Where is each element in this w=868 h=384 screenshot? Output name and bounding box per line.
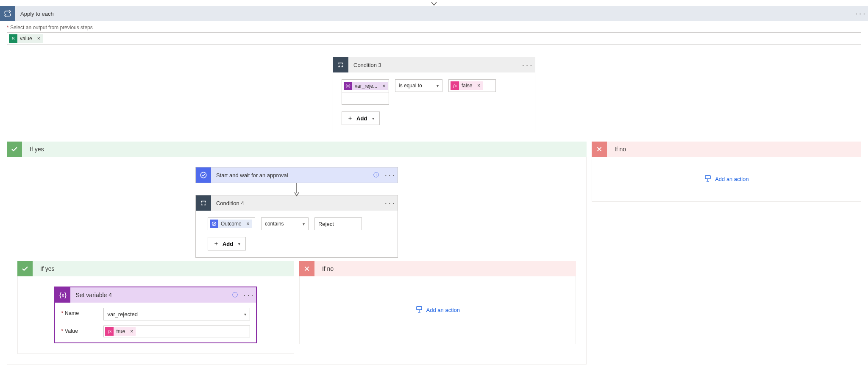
approval-icon — [210, 220, 218, 228]
condition-left-operand[interactable]: Outcome × — [208, 217, 255, 230]
plus-icon: ＋ — [347, 114, 353, 122]
chevron-down-icon: ▾ — [244, 312, 246, 317]
value-label: Value — [61, 326, 103, 334]
set-variable-card: {x} Set variable 4 ⓘ · · · Name — [54, 287, 257, 343]
if-no-header[interactable]: If no — [299, 261, 576, 276]
approval-icon — [196, 167, 211, 183]
expression-token[interactable]: ƒx false × — [451, 81, 483, 90]
more-menu-button[interactable]: · · · — [520, 62, 535, 68]
if-no-label: If no — [314, 265, 334, 272]
condition-3-title: Condition 3 — [348, 62, 520, 68]
chevron-down-icon: ▾ — [372, 116, 374, 121]
select-output-label: Select an output from previous steps — [7, 25, 861, 31]
if-yes-label: If yes — [22, 146, 44, 153]
add-action-icon — [704, 175, 712, 184]
check-icon — [7, 142, 22, 157]
apply-to-each-header[interactable]: Apply to each · · · — [0, 6, 868, 21]
remove-token-icon[interactable]: × — [244, 221, 252, 227]
variable-value-input[interactable]: ƒx true × — [103, 326, 250, 337]
loop-icon — [0, 6, 15, 21]
variable-token[interactable]: {x} var_reje... × — [344, 82, 388, 90]
chevron-down-icon: ▾ — [437, 83, 439, 88]
condition-4-title: Condition 4 — [211, 200, 382, 206]
connector-arrow — [296, 183, 297, 195]
more-menu-button[interactable]: · · · — [382, 200, 398, 206]
more-menu-button[interactable]: · · · — [853, 11, 868, 17]
plus-icon: ＋ — [213, 240, 219, 248]
condition-4-card: Condition 4 · · · Outcome — [195, 195, 398, 258]
remove-token-icon[interactable]: × — [35, 36, 43, 42]
value-token[interactable]: S value × — [9, 34, 43, 43]
help-icon[interactable]: ⓘ — [370, 171, 382, 179]
more-menu-button[interactable]: · · · — [241, 292, 256, 298]
if-no-header[interactable]: If no — [592, 142, 861, 157]
svg-rect-4 — [705, 175, 710, 179]
if-no-label: If no — [607, 146, 626, 153]
approval-title: Start and wait for an approval — [211, 172, 370, 178]
condition-operator-select[interactable]: is equal to ▾ — [395, 79, 442, 92]
svg-rect-3 — [417, 306, 422, 310]
select-output-input[interactable]: S value × — [7, 32, 861, 45]
remove-token-icon[interactable]: × — [475, 83, 483, 89]
condition-left-operand[interactable]: {x} var_reje... × — [342, 79, 389, 92]
svg-point-0 — [200, 172, 206, 178]
remove-token-icon[interactable]: × — [128, 328, 136, 334]
close-icon — [592, 142, 607, 157]
condition-icon — [196, 195, 211, 211]
condition-left-operand-extra[interactable] — [342, 92, 389, 105]
fx-icon: ƒx — [451, 81, 459, 90]
add-action-button[interactable]: Add an action — [415, 306, 460, 314]
more-menu-button[interactable]: · · · — [382, 172, 398, 178]
variable-icon: {x} — [344, 82, 352, 90]
condition-3-card: Condition 3 · · · {x} var_reje... × — [333, 57, 535, 132]
condition-operator-select[interactable]: contains ▾ — [261, 217, 309, 230]
fx-icon: ƒx — [105, 327, 114, 336]
if-yes-label: If yes — [33, 265, 54, 272]
expression-token[interactable]: ƒx true × — [105, 327, 136, 336]
variable-name-select[interactable]: var_rejected ▾ — [103, 308, 250, 320]
condition-icon — [333, 57, 348, 72]
condition-3-header[interactable]: Condition 3 · · · — [333, 57, 535, 72]
add-action-icon — [415, 306, 423, 314]
condition-right-operand[interactable]: ƒx false × — [448, 79, 496, 92]
help-icon[interactable]: ⓘ — [229, 291, 241, 299]
arrow-down-icon — [431, 2, 437, 6]
check-icon — [17, 261, 33, 276]
variable-icon: {x} — [55, 287, 70, 303]
sharepoint-icon: S — [9, 34, 17, 43]
chevron-down-icon: ▾ — [238, 242, 240, 246]
outcome-token[interactable]: Outcome × — [210, 220, 252, 228]
add-condition-button[interactable]: ＋ Add ▾ — [342, 111, 380, 125]
if-yes-header[interactable]: If yes — [7, 142, 587, 157]
if-yes-header[interactable]: If yes — [17, 261, 294, 276]
condition-right-input[interactable]: Reject — [314, 217, 362, 230]
remove-token-icon[interactable]: × — [380, 83, 388, 89]
name-label: Name — [61, 308, 103, 316]
set-variable-header[interactable]: {x} Set variable 4 ⓘ · · · — [55, 287, 256, 303]
approval-card[interactable]: Start and wait for an approval ⓘ · · · — [195, 167, 398, 183]
add-condition-button[interactable]: ＋ Add ▾ — [208, 237, 246, 250]
apply-to-each-title: Apply to each — [15, 11, 853, 17]
chevron-down-icon: ▾ — [303, 222, 305, 226]
close-icon — [299, 261, 314, 276]
set-variable-title: Set variable 4 — [70, 292, 229, 298]
condition-4-header[interactable]: Condition 4 · · · — [196, 195, 398, 211]
add-action-button[interactable]: Add an action — [704, 175, 749, 184]
